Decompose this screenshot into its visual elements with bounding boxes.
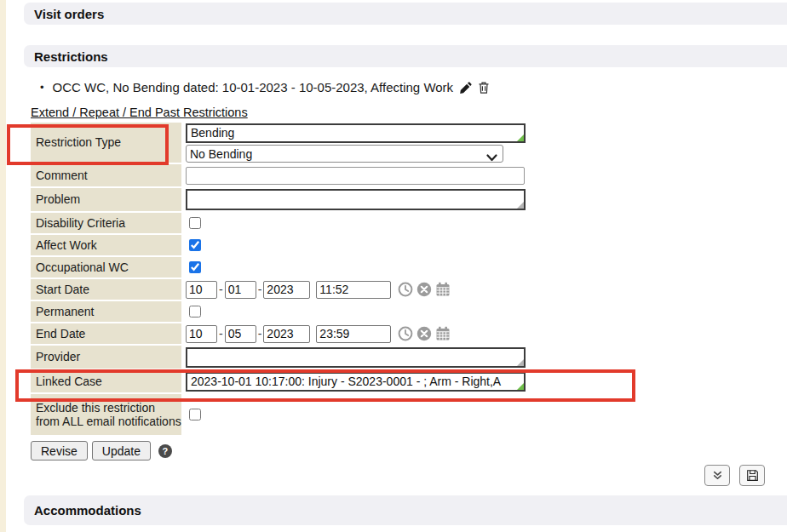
form-row-occupational-wc: Occupational WC (31, 257, 787, 277)
clear-icon[interactable] (416, 326, 432, 341)
clock-icon[interactable] (398, 282, 413, 297)
end-year-input[interactable] (263, 325, 310, 343)
save-disk-icon (746, 469, 759, 482)
save-button[interactable] (739, 465, 765, 486)
resize-handle-icon[interactable] (517, 134, 524, 141)
form-row-permanent: Permanent (31, 301, 787, 322)
restriction-type-textarea[interactable]: Bending (186, 123, 526, 143)
extend-repeat-end-link[interactable]: Extend / Repeat / End Past Restrictions (31, 106, 248, 119)
linked-case-label: Linked Case (31, 370, 181, 392)
exclude-email-checkbox[interactable] (189, 409, 201, 420)
content-area: Visit orders Restrictions • OCC WC, No B… (6, 0, 787, 532)
section-header-visit-orders: Visit orders (24, 3, 787, 25)
form-row-affect-work: Affect Work (31, 235, 787, 255)
restriction-type-label: Restriction Type (31, 123, 181, 163)
visit-orders-title: Visit orders (34, 7, 104, 21)
end-day-input[interactable] (225, 325, 256, 343)
form-actions: Revise Update ? (31, 441, 787, 460)
restrictions-title: Restrictions (34, 49, 108, 64)
comment-input[interactable] (186, 167, 525, 185)
date-separator: - (219, 327, 223, 340)
occupational-wc-checkbox[interactable] (189, 261, 201, 273)
start-time-input[interactable] (316, 281, 391, 299)
linked-case-text: 2023-10-01 10:17:00: Injury - S2023-0001… (191, 375, 501, 388)
dropdown-chevron-icon (486, 151, 497, 158)
resize-handle-icon[interactable] (517, 359, 524, 366)
exclude-email-label: Exclude this restriction from ALL email … (31, 394, 181, 435)
occupational-wc-label: Occupational WC (31, 257, 181, 277)
provider-label: Provider (31, 346, 181, 369)
calendar-icon[interactable] (435, 282, 451, 297)
page: Visit orders Restrictions • OCC WC, No B… (0, 0, 787, 532)
permanent-label: Permanent (31, 301, 181, 322)
start-year-input[interactable] (263, 281, 310, 299)
start-date-label: Start Date (31, 279, 181, 300)
comment-label: Comment (31, 164, 181, 186)
affect-work-checkbox[interactable] (189, 239, 201, 251)
disability-criteria-checkbox[interactable] (189, 217, 201, 229)
edit-pencil-icon[interactable] (459, 81, 473, 94)
end-date-label: End Date (31, 323, 181, 344)
form-row-start-date: Start Date - - (31, 279, 787, 300)
permanent-checkbox[interactable] (189, 306, 201, 317)
form-row-restriction-type: Restriction Type Bending No Bending (31, 123, 787, 163)
form-row-comment: Comment (31, 164, 787, 186)
start-day-input[interactable] (225, 281, 256, 299)
accommodations-title: Accommodations (34, 503, 141, 518)
form-row-provider: Provider (31, 346, 787, 369)
start-month-input[interactable] (186, 281, 217, 299)
restriction-type-select[interactable]: No Bending (186, 145, 503, 163)
restriction-type-text: Bending (191, 126, 234, 140)
problem-label: Problem (31, 188, 181, 211)
form-row-disability-criteria: Disability Criteria (31, 213, 787, 233)
affect-work-label: Affect Work (31, 235, 181, 255)
resize-handle-icon[interactable] (517, 202, 524, 209)
help-icon[interactable]: ? (158, 444, 172, 458)
date-separator: - (219, 283, 223, 296)
form-row-linked-case: Linked Case 2023-10-01 10:17:00: Injury … (31, 370, 787, 392)
revise-button[interactable]: Revise (31, 441, 88, 460)
restriction-form: Restriction Type Bending No Bending C (31, 123, 787, 435)
end-time-input[interactable] (316, 325, 391, 343)
bullet-icon: • (40, 81, 44, 94)
end-month-input[interactable] (186, 325, 217, 343)
resize-handle-icon[interactable] (517, 383, 524, 390)
floating-toolbar (704, 465, 765, 486)
linked-case-textarea[interactable]: 2023-10-01 10:17:00: Injury - S2023-0001… (186, 372, 526, 392)
update-button[interactable]: Update (92, 441, 151, 460)
collapse-double-chevron-icon (711, 469, 724, 482)
clear-icon[interactable] (416, 282, 432, 297)
form-row-problem: Problem (31, 188, 787, 211)
section-header-restrictions: Restrictions (24, 45, 787, 67)
provider-textarea[interactable] (186, 347, 526, 368)
problem-textarea[interactable] (186, 189, 526, 210)
calendar-icon[interactable] (435, 326, 451, 341)
restriction-type-selected-option: No Bending (190, 147, 252, 161)
collapse-double-chevron-button[interactable] (704, 465, 730, 486)
clock-icon[interactable] (398, 326, 413, 341)
form-row-exclude-email: Exclude this restriction from ALL email … (31, 394, 787, 435)
date-separator: - (258, 327, 262, 340)
form-row-end-date: End Date - - (31, 323, 787, 344)
date-separator: - (258, 283, 262, 296)
delete-trash-icon[interactable] (477, 81, 491, 94)
section-header-accommodations: Accommodations (24, 495, 787, 525)
restriction-item-text: OCC WC, No Bending dated: 10-01-2023 - 1… (53, 80, 454, 94)
restriction-list-item: • OCC WC, No Bending dated: 10-01-2023 -… (40, 80, 787, 94)
disability-criteria-label: Disability Criteria (31, 213, 181, 233)
